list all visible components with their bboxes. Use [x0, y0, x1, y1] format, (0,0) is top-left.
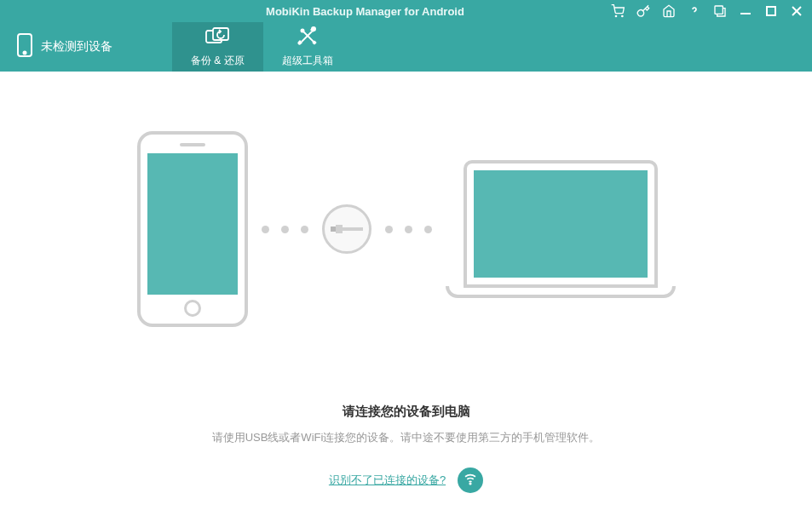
titlebar: MobiKin Backup Manager for Android [0, 0, 812, 22]
content-area: 请连接您的设备到电脑 请使用USB线或者WiFi连接您的设备。请中途不要使用第三… [0, 72, 812, 522]
dots-left [262, 226, 308, 233]
wifi-button[interactable] [458, 468, 483, 493]
phone-outline-icon [17, 33, 32, 60]
help-row: 识别不了已连接的设备? [0, 468, 812, 493]
tab-backup-restore[interactable]: 备份 & 还原 [172, 22, 263, 72]
home-icon[interactable] [662, 4, 676, 18]
tab-super-toolkit[interactable]: 超级工具箱 [263, 22, 352, 72]
cable-icon [322, 204, 371, 254]
help-icon[interactable] [688, 4, 701, 18]
svg-rect-14 [331, 227, 336, 232]
phone-screen [147, 153, 238, 295]
laptop-screen [474, 170, 648, 278]
phone-home-button [184, 300, 201, 317]
svg-point-1 [622, 15, 623, 16]
device-status: 未检测到设备 [0, 22, 138, 72]
app-title: MobiKin Backup Manager for Android [0, 5, 611, 18]
cart-icon[interactable] [611, 4, 625, 18]
toolbar: 未检测到设备 备份 & 还原 超级工具箱 [0, 22, 812, 72]
svg-point-17 [469, 483, 471, 485]
dot [424, 226, 432, 233]
tab-label: 备份 & 还原 [191, 54, 245, 68]
svg-rect-16 [343, 227, 363, 231]
help-link[interactable]: 识别不了已连接的设备? [329, 473, 446, 488]
laptop-notch [544, 284, 578, 288]
connect-heading: 请连接您的设备到电脑 [0, 404, 812, 420]
connect-sub: 请使用USB线或者WiFi连接您的设备。请中途不要使用第三方的手机管理软件。 [0, 430, 812, 445]
feedback-icon[interactable] [713, 4, 727, 18]
svg-point-13 [300, 28, 304, 32]
svg-rect-3 [715, 6, 723, 14]
laptop-base [446, 286, 676, 298]
wifi-icon [463, 471, 478, 490]
maximize-icon[interactable] [764, 4, 778, 18]
phone-speaker [180, 143, 205, 146]
minimize-icon[interactable] [739, 4, 752, 18]
laptop-frame [464, 160, 658, 288]
laptop-graphic [446, 160, 676, 298]
tools-icon [297, 26, 319, 50]
phone-graphic [137, 131, 248, 327]
svg-rect-4 [740, 13, 751, 14]
svg-rect-5 [767, 7, 775, 15]
tab-label: 超级工具箱 [282, 54, 333, 68]
key-icon[interactable] [636, 4, 650, 18]
svg-point-9 [24, 52, 26, 54]
titlebar-actions [611, 4, 803, 18]
close-icon[interactable] [790, 4, 803, 18]
dot [405, 226, 412, 233]
dot [262, 226, 269, 233]
connection-illustration [0, 131, 812, 327]
dot [301, 226, 308, 233]
backup-restore-icon [204, 26, 230, 50]
svg-point-0 [615, 15, 616, 16]
svg-rect-15 [336, 225, 343, 233]
dots-right [385, 226, 432, 233]
dot [385, 226, 393, 233]
device-status-text: 未检测到设备 [41, 39, 112, 54]
dot [281, 226, 289, 233]
message-block: 请连接您的设备到电脑 请使用USB线或者WiFi连接您的设备。请中途不要使用第三… [0, 404, 812, 493]
